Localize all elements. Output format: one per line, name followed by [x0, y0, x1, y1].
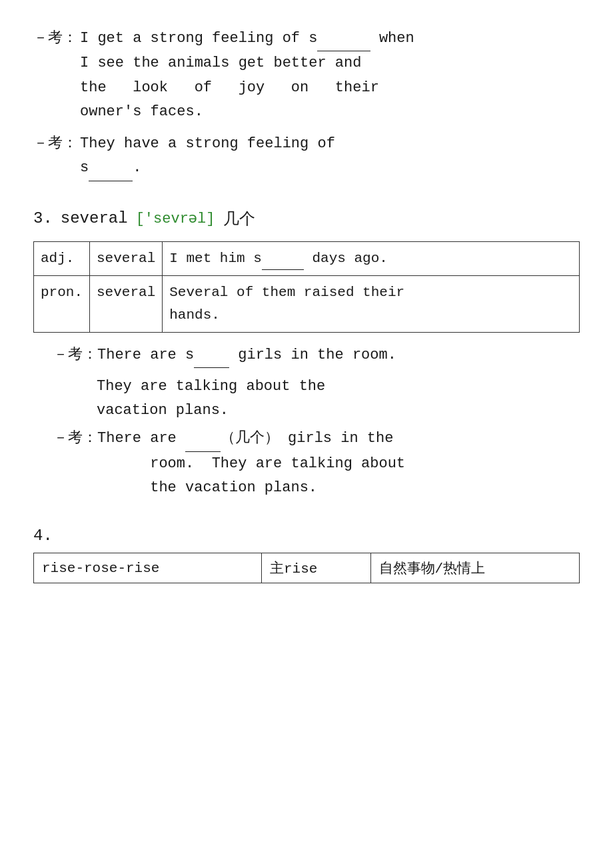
kao-content-2: There are （几个） girls in the room. They a… — [97, 427, 580, 500]
blank-adj — [262, 247, 304, 271]
bullet-label-1: －考： — [33, 27, 80, 124]
bullet-label-2: －考： — [33, 132, 80, 181]
section-1: －考： I get a strong feeling of s when I s… — [33, 27, 580, 181]
kao-content-1: There are s girls in the room. — [97, 343, 580, 368]
blank-2 — [89, 156, 133, 181]
section-3-header: 3. several ['sevrəl]几个 — [33, 208, 580, 229]
table2-col3: 自然事物/热情上 — [370, 553, 579, 583]
bullet-item-1: －考： I get a strong feeling of s when I s… — [33, 27, 580, 124]
section-4: 4. rise-rose-rise 主rise 自然事物/热情上 — [33, 527, 580, 583]
example-adj: I met him s days ago. — [163, 241, 580, 276]
table2-col1: rise-rose-rise — [34, 553, 262, 583]
section-3-number: 3. — [33, 209, 53, 227]
pos-pron: pron. — [34, 276, 90, 332]
pos-adj: adj. — [34, 241, 90, 276]
table2-row-1: rise-rose-rise 主rise 自然事物/热情上 — [34, 553, 580, 583]
kao-sub-line: They are talking about the vacation plan… — [97, 375, 580, 423]
blank-kao-1 — [194, 343, 229, 368]
kao-label-2: －考： — [53, 427, 97, 500]
section-3-word: several — [61, 209, 128, 227]
example-pron: Several of them raised theirhands. — [163, 276, 580, 332]
vocab-table: adj. several I met him s days ago. pron.… — [33, 241, 580, 333]
kao-label-1: －考： — [53, 343, 97, 368]
kao-item-2: －考： There are （几个） girls in the room. Th… — [53, 427, 580, 500]
table-row-adj: adj. several I met him s days ago. — [34, 241, 580, 276]
word-pron: several — [90, 276, 163, 332]
word-adj: several — [90, 241, 163, 276]
section-4-number: 4. — [33, 527, 53, 545]
kao-item-1: －考： There are s girls in the room. — [53, 343, 580, 368]
kao-section: －考： There are s girls in the room. They … — [53, 343, 580, 501]
bullet-content-2: They have a strong feeling of s . — [80, 132, 580, 181]
table2-col2: 主rise — [261, 553, 370, 583]
bullet-item-2: －考： They have a strong feeling of s . — [33, 132, 580, 181]
section-3-chinese: 几个 — [223, 208, 255, 229]
section-4-table: rise-rose-rise 主rise 自然事物/热情上 — [33, 553, 580, 583]
section-3-phonetic: ['sevrəl] — [136, 209, 215, 227]
table-row-pron: pron. several Several of them raised the… — [34, 276, 580, 332]
blank-1 — [317, 27, 370, 51]
section-4-header: 4. — [33, 527, 580, 545]
bullet-content-1: I get a strong feeling of s when I see t… — [80, 27, 580, 124]
section-3: 3. several ['sevrəl]几个 adj. several I me… — [33, 208, 580, 501]
blank-kao-2 — [185, 427, 221, 451]
